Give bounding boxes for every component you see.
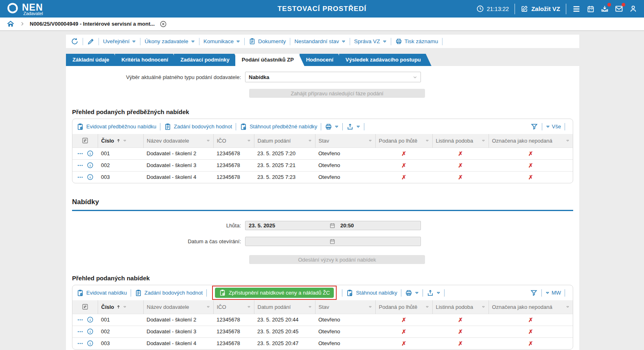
register-prelim-offer-button[interactable]: Evidovat předběžnou nabídku bbox=[77, 123, 156, 130]
column-settings-header[interactable] bbox=[72, 134, 98, 147]
column-header-status[interactable]: Stav bbox=[315, 300, 375, 314]
chevron-down-icon[interactable] bbox=[546, 125, 550, 129]
menu-communication[interactable]: Komunikace bbox=[204, 38, 240, 44]
column-header-date[interactable]: Datum podání bbox=[254, 300, 315, 314]
row-menu-icon[interactable] bbox=[77, 317, 83, 323]
column-header-status[interactable]: Stav bbox=[315, 134, 375, 147]
enter-points-button[interactable]: Zadání bodových hodnot bbox=[164, 123, 232, 130]
column-header-late[interactable]: Podaná po lhůtě bbox=[375, 134, 432, 147]
menu-documents[interactable]: Dokumenty bbox=[249, 38, 286, 45]
row-menu-icon[interactable] bbox=[77, 340, 83, 347]
create-vz-button[interactable]: Založit VZ bbox=[521, 5, 560, 13]
column-header-late[interactable]: Podaná po lhůtě bbox=[375, 300, 432, 314]
tab-tender-conditions[interactable]: Zadávací podmínky bbox=[174, 54, 240, 66]
export-table-button[interactable] bbox=[427, 289, 440, 297]
filter-dropdown-icon[interactable] bbox=[482, 305, 485, 309]
column-header-paper[interactable]: Listinná podoba bbox=[432, 134, 488, 147]
column-header-supplier[interactable]: Název dodavatele bbox=[143, 300, 213, 314]
column-header-not-submitted[interactable]: Označena jako nepodaná bbox=[488, 300, 573, 314]
row-info-icon[interactable] bbox=[87, 162, 94, 169]
register-offer-button[interactable]: Evidovat nabídku bbox=[77, 289, 127, 297]
opening-datetime-field[interactable] bbox=[245, 237, 421, 246]
menu-vz-admin[interactable]: Správa VZ bbox=[354, 38, 387, 44]
submission-type-select[interactable]: Nabídka bbox=[245, 72, 421, 82]
filter-dropdown-icon[interactable] bbox=[566, 139, 570, 143]
column-header-not-submitted[interactable]: Označena jako nepodaná bbox=[488, 134, 573, 147]
breadcrumb-item[interactable]: N006/25/V00004949 - Interiérové servisní… bbox=[30, 21, 155, 27]
home-icon[interactable] bbox=[7, 20, 15, 28]
messages-button[interactable] bbox=[615, 4, 623, 13]
filter-icon[interactable] bbox=[530, 123, 538, 130]
filter-dropdown-icon[interactable] bbox=[482, 139, 485, 143]
filter-dropdown-icon[interactable] bbox=[247, 305, 251, 309]
row-menu-icon[interactable] bbox=[77, 328, 83, 335]
row-menu-icon[interactable] bbox=[77, 174, 83, 181]
tab-evaluation-criteria[interactable]: Kritéria hodnocení bbox=[115, 54, 179, 66]
submission-type-value: Nabídka bbox=[249, 74, 413, 80]
print-table-button[interactable] bbox=[325, 123, 339, 130]
send-invitation-button[interactable]: Odeslání výzvy k podání nabídek bbox=[249, 255, 425, 264]
start-next-phase-button[interactable]: Zahájit přípravu následující fáze podání bbox=[249, 89, 425, 98]
chevron-down-icon[interactable] bbox=[545, 291, 550, 295]
filter-dropdown-icon[interactable] bbox=[308, 139, 312, 143]
filter-dropdown-icon[interactable] bbox=[247, 139, 251, 143]
filter-dropdown-icon[interactable] bbox=[206, 139, 210, 143]
menu-button[interactable] bbox=[572, 4, 581, 13]
menu-publish[interactable]: Uveřejnění bbox=[103, 38, 136, 44]
row-info-icon[interactable] bbox=[87, 340, 94, 347]
table-row: 001 Dodavatel - školení 2 12345678 23. 5… bbox=[72, 147, 573, 159]
filter-dropdown-icon[interactable] bbox=[425, 305, 429, 309]
edit-pencil-icon[interactable] bbox=[87, 38, 94, 45]
view-scope-selector[interactable]: Vše bbox=[552, 123, 561, 130]
filter-icon[interactable] bbox=[530, 289, 538, 297]
toolbar-divider bbox=[442, 38, 442, 45]
deadline-field[interactable]: 23. 5. 2025 20:50 bbox=[245, 221, 421, 230]
filter-dropdown-icon[interactable] bbox=[566, 305, 570, 309]
column-settings-header[interactable] bbox=[72, 300, 98, 314]
download-offers-button[interactable]: Stáhnout nabídky bbox=[346, 289, 397, 297]
column-header-supplier[interactable]: Název dodavatele bbox=[143, 134, 213, 147]
column-header-number[interactable]: Číslo bbox=[98, 134, 143, 147]
menu-print-label: Tisk záznamu bbox=[405, 38, 438, 44]
tab-procedure-result[interactable]: Výsledek zadávacího postupu bbox=[339, 54, 432, 66]
filter-dropdown-icon[interactable] bbox=[123, 139, 127, 143]
filter-dropdown-icon[interactable] bbox=[206, 305, 210, 309]
tab-evaluation[interactable]: Hodnocení bbox=[300, 54, 344, 66]
column-header-number[interactable]: Číslo bbox=[98, 300, 143, 314]
column-header-paper[interactable]: Listinná podoba bbox=[432, 300, 488, 314]
menu-nonstandard-state[interactable]: Nestandardní stav bbox=[294, 38, 346, 44]
calendar-button[interactable] bbox=[587, 5, 595, 13]
cell-number: 002 bbox=[98, 326, 143, 337]
menu-contracting-acts[interactable]: Úkony zadavatele bbox=[145, 38, 195, 44]
menu-print-record[interactable]: Tisk záznamu bbox=[395, 38, 438, 45]
tab-participant-submissions[interactable]: Podání účastníků ZP bbox=[235, 54, 304, 66]
filter-dropdown-icon[interactable] bbox=[123, 305, 127, 309]
user-profile-button[interactable] bbox=[629, 4, 637, 13]
tab-basic-info[interactable]: Základní údaje bbox=[66, 54, 120, 66]
row-menu-icon[interactable] bbox=[77, 162, 83, 169]
inbox-downloads-button[interactable] bbox=[600, 4, 609, 13]
row-info-icon[interactable] bbox=[87, 150, 94, 157]
filter-dropdown-icon[interactable] bbox=[425, 139, 429, 143]
row-info-icon[interactable] bbox=[87, 328, 94, 335]
filter-dropdown-icon[interactable] bbox=[368, 139, 372, 143]
filter-dropdown-icon[interactable] bbox=[308, 305, 312, 309]
print-table-button[interactable] bbox=[405, 289, 419, 297]
enter-points-button[interactable]: Zadání bodových hodnot bbox=[135, 289, 203, 297]
export-table-button[interactable] bbox=[346, 123, 360, 130]
filter-dropdown-icon[interactable] bbox=[368, 305, 372, 309]
register-prelim-offer-label: Evidovat předběžnou nabídku bbox=[86, 123, 156, 130]
history-icon[interactable] bbox=[71, 37, 79, 45]
row-info-icon[interactable] bbox=[87, 316, 94, 323]
row-info-icon[interactable] bbox=[87, 174, 94, 181]
column-header-ico[interactable]: IČO bbox=[213, 300, 254, 314]
row-menu-icon[interactable] bbox=[77, 150, 83, 157]
unlock-prices-button[interactable]: Zpřístupnění nabídkové ceny a nákladů ŽC bbox=[215, 288, 334, 298]
nen-logo[interactable]: NEN Zadavatel bbox=[7, 2, 43, 16]
column-header-date[interactable]: Datum podání bbox=[254, 134, 315, 147]
column-label: Označena jako nepodaná bbox=[492, 304, 564, 310]
view-scope-selector[interactable]: MW bbox=[552, 290, 561, 296]
column-header-ico[interactable]: IČO bbox=[213, 134, 254, 147]
close-tab-icon[interactable] bbox=[160, 20, 167, 28]
download-prelim-offers-button[interactable]: Stáhnout předběžné nabídky bbox=[240, 123, 317, 130]
